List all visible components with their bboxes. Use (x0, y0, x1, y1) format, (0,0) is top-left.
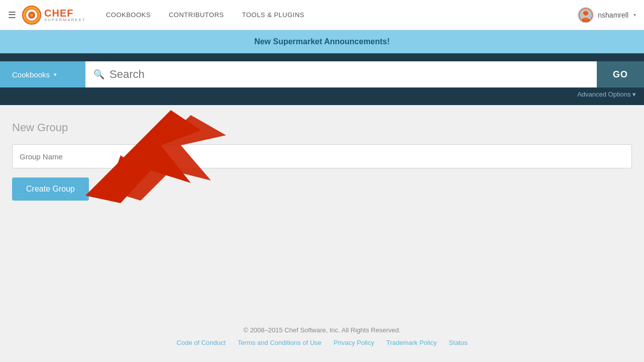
navbar-links: COOKBOOKS CONTRIBUTORS TOOLS & PLUGINS (106, 11, 578, 19)
advanced-options-label: Advanced Options ▾ (577, 90, 636, 98)
search-input-wrap: 🔍 (85, 61, 597, 87)
search-bar: Cookbooks ▾ 🔍 GO (0, 61, 644, 87)
announcement-banner[interactable]: New Supermarket Announcements! (0, 30, 644, 53)
nav-cookbooks[interactable]: COOKBOOKS (106, 11, 151, 19)
create-group-button[interactable]: Create Group (12, 177, 89, 201)
search-go-button[interactable]: GO (597, 61, 644, 87)
main-content: New Group Create Group (0, 105, 644, 316)
logo-text: CHEF SUPERMARKET (44, 8, 86, 22)
search-section: Cookbooks ▾ 🔍 GO Advanced Options ▾ (0, 53, 644, 105)
search-category-button[interactable]: Cookbooks ▾ (0, 61, 85, 87)
announcement-text: New Supermarket Announcements! (254, 37, 390, 46)
group-name-input[interactable] (12, 144, 632, 168)
nav-tools-plugins[interactable]: TOOLS & PLUGINS (242, 11, 304, 19)
logo-supermarket-label: SUPERMARKET (44, 18, 86, 22)
logo-chef-label: CHEF (44, 8, 86, 18)
chef-logo-icon (22, 6, 41, 25)
category-chevron-icon: ▾ (54, 71, 57, 78)
footer-link-terms[interactable]: Terms and Conditions of Use (238, 339, 321, 346)
new-group-title: New Group (12, 121, 632, 134)
navbar: ☰ CHEF SUPERMARKET COOKBOOKS CONTRIBUTOR… (0, 0, 644, 30)
footer-links: Code of Conduct Terms and Conditions of … (0, 339, 644, 346)
username-label: nshamrell (598, 11, 628, 19)
footer-link-status[interactable]: Status (449, 339, 468, 346)
footer: © 2008–2015 Chef Software, Inc. All Righ… (0, 316, 644, 361)
footer-link-trademark[interactable]: Trademark Policy (386, 339, 437, 346)
hamburger-icon[interactable]: ☰ (8, 10, 16, 21)
footer-link-code-of-conduct[interactable]: Code of Conduct (177, 339, 226, 346)
advanced-options[interactable]: Advanced Options ▾ (0, 87, 644, 100)
footer-link-privacy[interactable]: Privacy Policy (334, 339, 374, 346)
search-input[interactable] (110, 68, 589, 81)
user-chevron-icon: ▾ (633, 12, 636, 18)
search-icon: 🔍 (93, 69, 104, 80)
logo-link[interactable]: CHEF SUPERMARKET (22, 6, 86, 25)
user-menu[interactable]: nshamrell ▾ (578, 7, 636, 23)
footer-copyright: © 2008–2015 Chef Software, Inc. All Righ… (0, 326, 644, 334)
avatar-icon (579, 8, 593, 22)
nav-contributors[interactable]: CONTRIBUTORS (169, 11, 224, 19)
svg-point-3 (30, 14, 33, 17)
search-category-label: Cookbooks (12, 70, 50, 79)
avatar (578, 7, 594, 23)
